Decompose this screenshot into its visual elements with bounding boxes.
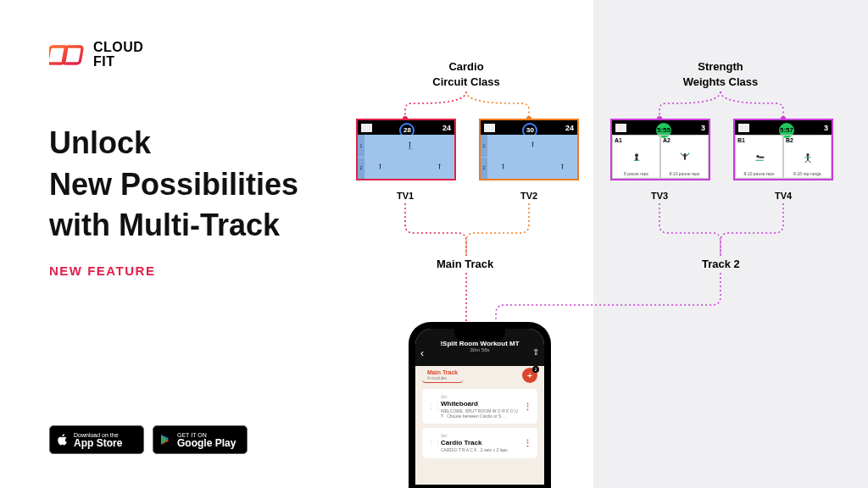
svg-point-19 xyxy=(635,153,638,157)
headline-block: Unlock New Possibilities with Multi-Trac… xyxy=(49,123,354,278)
main-track-label: Main Track xyxy=(437,258,493,270)
new-feature-badge: NEW FEATURE xyxy=(49,263,354,278)
svg-point-16 xyxy=(562,164,564,166)
svg-line-6 xyxy=(409,147,410,149)
svg-rect-34 xyxy=(804,157,811,158)
svg-point-25 xyxy=(680,152,682,154)
brand-logo-icon xyxy=(49,42,86,68)
phone-back-icon[interactable]: ‹ xyxy=(420,347,424,359)
svg-rect-17 xyxy=(562,166,563,169)
tv1-screen: 28 24 1 2 xyxy=(356,119,456,180)
svg-point-26 xyxy=(687,152,689,154)
brand-name-line2: FIT xyxy=(93,55,143,69)
svg-point-14 xyxy=(502,164,504,166)
svg-point-12 xyxy=(531,141,533,143)
svg-line-33 xyxy=(808,159,810,162)
tv2-label: TV2 xyxy=(512,191,546,201)
headline: Unlock New Possibilities with Multi-Trac… xyxy=(49,123,354,247)
svg-point-8 xyxy=(379,164,381,166)
phone-add-track-button[interactable]: + 2 xyxy=(522,368,537,383)
drag-handle-icon[interactable]: ⋮⋮ xyxy=(427,402,441,411)
tv4-label: TV4 xyxy=(766,191,800,201)
tv3-label: TV3 xyxy=(643,191,676,201)
phone-tab-main[interactable]: Main Track 4 modules xyxy=(422,368,463,383)
svg-line-7 xyxy=(409,147,411,149)
google-play-icon xyxy=(159,433,173,446)
tv2-screen: 30 24 1 2 xyxy=(479,119,579,180)
brand-name-line1: CLOUD xyxy=(93,41,143,55)
svg-rect-15 xyxy=(503,166,504,169)
track-2-label: Track 2 xyxy=(702,258,740,270)
svg-rect-29 xyxy=(759,156,764,158)
phone-module-card[interactable]: ⋮⋮ ⋮ 1m Whiteboard WELCOME. SPLIT ROOM W… xyxy=(422,389,537,424)
app-store-badge[interactable]: Download on the App Store xyxy=(49,425,144,454)
drag-handle-icon[interactable]: ⋮⋮ xyxy=(427,439,441,447)
phone-add-badge: 2 xyxy=(532,366,539,373)
svg-point-30 xyxy=(806,153,809,156)
svg-rect-13 xyxy=(532,143,533,147)
svg-rect-20 xyxy=(635,157,637,160)
svg-line-32 xyxy=(804,159,807,162)
svg-point-4 xyxy=(409,141,410,143)
tv3-screen: 5:55 3 A18 pause reps A28-10 pause reps xyxy=(610,119,710,180)
svg-rect-27 xyxy=(755,159,763,160)
google-play-name: Google Play xyxy=(177,438,238,448)
multitrack-diagram: Cardio Circuit Class Strength Weights Cl… xyxy=(356,59,848,483)
cardio-class-label: Cardio Circuit Class xyxy=(403,59,530,89)
tv4-screen: 5:57 3 B18-10 pause reps B28-10 rep rang… xyxy=(733,119,833,180)
google-play-badge[interactable]: GET IT ON Google Play xyxy=(153,425,248,454)
app-store-name: App Store xyxy=(74,438,135,448)
card-more-icon[interactable]: ⋮ xyxy=(523,438,532,449)
phone-mockup: ‹ ⇪ !Split Room Workout MT 30m 58s Main … xyxy=(409,322,551,488)
svg-rect-31 xyxy=(807,156,809,160)
tv4-setsleft: 3 xyxy=(824,124,828,132)
brand-logo: CLOUD FIT xyxy=(49,41,143,69)
phone-share-icon[interactable]: ⇪ xyxy=(532,347,539,357)
tv1-setsleft: 24 xyxy=(442,124,451,132)
svg-rect-11 xyxy=(439,166,440,169)
tv3-setsleft: 3 xyxy=(701,124,705,132)
apple-icon xyxy=(56,433,70,446)
svg-point-10 xyxy=(439,164,441,166)
tv1-label: TV1 xyxy=(388,191,422,201)
phone-module-card[interactable]: ⋮⋮ ⋮ 1m Cardio Track CARDIO T R A C K . … xyxy=(422,428,537,458)
tv2-setsleft: 24 xyxy=(565,124,574,132)
svg-rect-5 xyxy=(409,143,410,147)
svg-point-28 xyxy=(756,155,759,158)
strength-class-label: Strength Weights Class xyxy=(657,59,784,89)
phone-subtitle: 30m 58s xyxy=(470,347,489,352)
svg-rect-9 xyxy=(380,166,381,169)
card-more-icon[interactable]: ⋮ xyxy=(523,401,532,412)
